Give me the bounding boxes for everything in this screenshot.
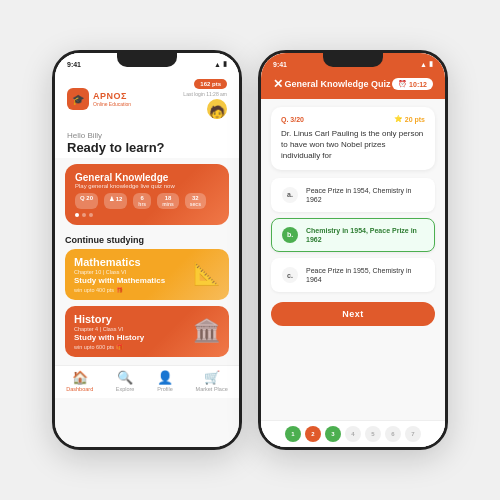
page-3[interactable]: 3: [325, 426, 341, 442]
dot-2: [82, 213, 86, 217]
option-b-text: Chemistry in 1954, Peace Prize in 1962: [306, 226, 424, 244]
market-icon: 🛒: [204, 370, 220, 385]
home-icon: 🏠: [72, 370, 88, 385]
subject-card-math[interactable]: Mathematics Chapter 10 | Class VI Study …: [65, 249, 229, 300]
avatar-icon: 🧑: [209, 106, 225, 119]
clock-icon: ⏰: [398, 80, 407, 88]
gk-dots: [75, 213, 219, 217]
gk-stats: Q 20 ♟ 12 6 hrs 18 mins 32 s: [75, 193, 219, 209]
page-4[interactable]: 4: [345, 426, 361, 442]
gk-title: General Knowledge: [75, 172, 219, 183]
avatar: 🧑: [207, 99, 227, 119]
gk-stat-p-icon: ♟ 12: [109, 195, 122, 202]
status-icons-quiz: ▲ ▮: [420, 60, 433, 68]
nav-profile[interactable]: 👤 Profile: [157, 370, 173, 392]
gk-stat-m-label: mins: [162, 201, 174, 207]
page-7[interactable]: 7: [405, 426, 421, 442]
explore-icon: 🔍: [117, 370, 133, 385]
last-login: Last login 11:28 am: [183, 91, 227, 97]
logo-text: ΑΡΝΟΣ Online Education: [93, 91, 131, 107]
subject-info-history: History Chapter 4 | Class VI Study with …: [74, 313, 193, 350]
question-points: ⭐ 20 pts: [394, 115, 425, 123]
continue-label: Continue studying: [65, 235, 229, 245]
gk-stat-q: Q 20: [75, 193, 98, 209]
subject-card-history[interactable]: History Chapter 4 | Class VI Study with …: [65, 306, 229, 357]
timer-value: 10:12: [409, 81, 427, 88]
subject-meta-math: Chapter 10 | Class VI: [74, 269, 193, 275]
profile-icon: 👤: [157, 370, 173, 385]
logo-box: 🎓 ΑΡΝΟΣ Online Education: [67, 88, 131, 110]
option-a[interactable]: a. Peace Prize in 1954, Chemistry in 196…: [271, 178, 435, 212]
nav-explore[interactable]: 🔍 Explore: [116, 370, 135, 392]
page-6[interactable]: 6: [385, 426, 401, 442]
logo-name: ΑΡΝΟΣ: [93, 91, 131, 101]
bottom-nav: 🏠 Dashboard 🔍 Explore 👤 Profile 🛒 Market…: [55, 365, 239, 398]
quiz-header: ✕ General Knowledge Quiz ⏰ 10:12: [261, 71, 445, 99]
ready-text: Ready to learn?: [67, 140, 227, 156]
phone-notch: [117, 53, 177, 67]
quiz-pagination: 1 2 3 4 5 6 7: [261, 420, 445, 447]
quiz-body: Q. 3/20 ⭐ 20 pts Dr. Linus Carl Pauling …: [261, 99, 445, 420]
option-b-label: b.: [282, 227, 298, 243]
gk-stat-h-label: hrs: [138, 201, 146, 207]
header-right: 162 pts Last login 11:28 am 🧑: [183, 79, 227, 119]
question-header: Q. 3/20 ⭐ 20 pts: [281, 115, 425, 123]
page-2[interactable]: 2: [305, 426, 321, 442]
subject-pts-history: win upto 600 pts 🎁: [74, 344, 193, 350]
subject-icon-history: 🏛️: [193, 318, 220, 344]
logo-subtitle: Online Education: [93, 101, 131, 107]
subject-study-math: Study with Mathematics: [74, 276, 193, 285]
subject-meta-history: Chapter 4 | Class VI: [74, 326, 193, 332]
gk-stat-s-label: secs: [190, 201, 201, 207]
gk-banner[interactable]: General Knowledge Play general knowledge…: [65, 164, 229, 225]
subject-name-history: History: [74, 313, 193, 325]
wifi-icon-quiz: ▲: [420, 61, 427, 68]
app-header: 🎓 ΑΡΝΟΣ Online Education 162 pts Last lo…: [55, 71, 239, 125]
option-c[interactable]: c. Peace Prize in 1955, Chemistry in 196…: [271, 258, 435, 292]
battery-icon-quiz: ▮: [429, 60, 433, 68]
nav-profile-label: Profile: [157, 386, 173, 392]
next-button[interactable]: Next: [271, 302, 435, 326]
nav-marketplace-label: Market Place: [196, 386, 228, 392]
close-button[interactable]: ✕: [273, 77, 283, 91]
option-b[interactable]: b. Chemistry in 1954, Peace Prize in 196…: [271, 218, 435, 252]
status-icons: ▲ ▮: [214, 60, 227, 68]
status-time: 9:41: [67, 61, 81, 68]
gk-stat-p: ♟ 12: [104, 193, 127, 209]
subject-pts-math: win upto 400 pts 🎁: [74, 287, 193, 293]
nav-marketplace[interactable]: 🛒 Market Place: [196, 370, 228, 392]
greeting-section: Hello Billy Ready to learn?: [55, 125, 239, 158]
page-5[interactable]: 5: [365, 426, 381, 442]
phone-dashboard: 9:41 ▲ ▮ 🎓 ΑΡΝΟΣ Online Education 162 pt…: [52, 50, 242, 450]
subject-name-math: Mathematics: [74, 256, 193, 268]
dot-3: [89, 213, 93, 217]
option-a-label: a.: [282, 187, 298, 203]
phone-notch-2: [323, 53, 383, 67]
nav-dashboard[interactable]: 🏠 Dashboard: [66, 370, 93, 392]
gk-stat-h: 6 hrs: [133, 193, 151, 209]
question-number: Q. 3/20: [281, 116, 304, 123]
battery-icon: ▮: [223, 60, 227, 68]
subject-icon-math: 📐: [193, 261, 220, 287]
nav-explore-label: Explore: [116, 386, 135, 392]
option-c-label: c.: [282, 267, 298, 283]
gk-subtitle: Play general knowledge live quiz now: [75, 183, 219, 189]
hello-text: Hello Billy: [67, 131, 227, 140]
logo-icon: 🎓: [67, 88, 89, 110]
gk-stat-m: 18 mins: [157, 193, 179, 209]
option-c-text: Peace Prize in 1955, Chemistry in 1964: [306, 266, 424, 284]
question-text: Dr. Linus Carl Pauling is the only perso…: [281, 128, 425, 162]
phone-quiz: 9:41 ▲ ▮ ✕ General Knowledge Quiz ⏰ 10:1…: [258, 50, 448, 450]
points-badge: 162 pts: [194, 79, 227, 89]
wifi-icon: ▲: [214, 61, 221, 68]
quiz-title: General Knowledge Quiz: [283, 79, 392, 89]
subject-info-math: Mathematics Chapter 10 | Class VI Study …: [74, 256, 193, 293]
timer-badge: ⏰ 10:12: [392, 78, 433, 90]
nav-dashboard-label: Dashboard: [66, 386, 93, 392]
continue-section: Continue studying Mathematics Chapter 10…: [55, 231, 239, 365]
subject-study-history: Study with History: [74, 333, 193, 342]
question-card: Q. 3/20 ⭐ 20 pts Dr. Linus Carl Pauling …: [271, 107, 435, 170]
page-1[interactable]: 1: [285, 426, 301, 442]
status-time-quiz: 9:41: [273, 61, 287, 68]
option-a-text: Peace Prize in 1954, Chemistry in 1962: [306, 186, 424, 204]
